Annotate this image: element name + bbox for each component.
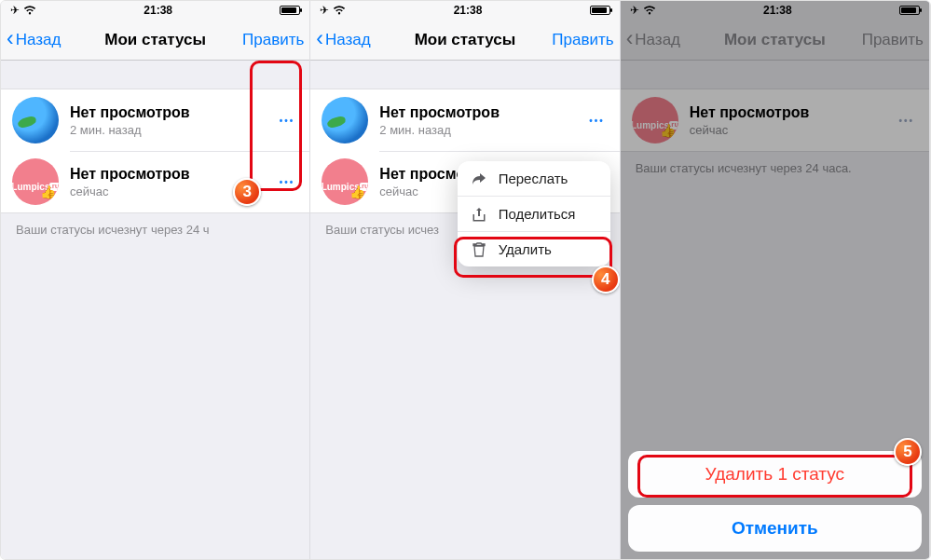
page-title: Мои статусы <box>104 31 206 49</box>
nav-bar: ‹ Назад Мои статусы Править <box>1 20 309 61</box>
row-subtitle: 2 мин. назад <box>379 123 574 137</box>
chevron-left-icon: ‹ <box>7 28 14 49</box>
status-bar: ✈︎ 21:38 <box>1 1 309 20</box>
trash-icon <box>471 242 487 257</box>
menu-delete-label: Удалить <box>499 241 552 257</box>
edit-button[interactable]: Править <box>242 31 304 49</box>
content: Нет просмотров 2 мин. назад ••• Lumpics … <box>1 61 309 559</box>
avatar-globe <box>322 97 368 143</box>
share-icon <box>471 207 487 222</box>
status-row[interactable]: Lumpics .ru 👍 Нет просмотров сейчас ••• <box>1 151 309 212</box>
battery-icon <box>280 6 300 15</box>
clock: 21:38 <box>144 4 172 17</box>
more-button[interactable]: ••• <box>276 171 299 193</box>
avatar-lumpics: Lumpics .ru 👍 <box>322 158 368 205</box>
more-button[interactable]: ••• <box>585 110 609 131</box>
edit-button[interactable]: Править <box>552 31 613 49</box>
status-list: Нет просмотров 2 мин. назад ••• Lumpics … <box>1 89 309 213</box>
content: Нет просмотров 2 мин. назад ••• Lumpics … <box>310 61 619 559</box>
back-button[interactable]: ‹ Назад <box>7 28 61 52</box>
row-title: Нет просмотров <box>70 104 265 121</box>
wifi-icon <box>333 6 346 15</box>
avatar-lumpics: Lumpics .ru 👍 <box>12 158 59 205</box>
avatar-globe <box>12 97 59 143</box>
wifi-icon <box>23 6 36 15</box>
more-button[interactable]: ••• <box>276 110 299 131</box>
action-sheet: Удалить 1 статус Отменить <box>628 451 922 552</box>
context-menu: Переслать Поделиться Удалить <box>458 161 610 266</box>
clock: 21:38 <box>454 4 483 17</box>
delete-one-status-button[interactable]: Удалить 1 статус <box>628 451 922 498</box>
menu-share-label: Поделиться <box>499 206 576 222</box>
row-subtitle: 2 мин. назад <box>70 123 265 137</box>
airplane-icon: ✈︎ <box>320 4 329 17</box>
forward-icon <box>471 172 487 185</box>
step-badge-5: 5 <box>894 438 922 466</box>
back-button[interactable]: ‹ Назад <box>316 28 370 52</box>
phone-panel-2: ✈︎ 21:38 ‹ Назад Мои статусы Править Нет… <box>310 1 620 559</box>
status-bar: ✈︎ 21:38 <box>310 1 619 20</box>
status-row[interactable]: Нет просмотров 2 мин. назад ••• <box>1 89 309 151</box>
page-title: Мои статусы <box>415 31 516 49</box>
phone-panel-1: ✈︎ 21:38 ‹ Назад Мои статусы Править Нет… <box>1 1 310 559</box>
row-title: Нет просмотров <box>379 104 574 121</box>
menu-forward-label: Переслать <box>499 171 568 186</box>
airplane-icon: ✈︎ <box>10 4 20 17</box>
chevron-left-icon: ‹ <box>316 28 323 49</box>
thumb-icon: 👍 <box>40 185 56 199</box>
nav-bar: ‹ Назад Мои статусы Править <box>310 20 619 61</box>
thumb-icon: 👍 <box>349 185 365 199</box>
back-label: Назад <box>16 31 62 49</box>
footer-note: Ваши статусы исчезнут через 24 ч <box>1 213 309 246</box>
cancel-button[interactable]: Отменить <box>628 505 922 552</box>
menu-delete[interactable]: Удалить <box>458 231 610 266</box>
back-label: Назад <box>325 31 371 49</box>
phone-panel-3: ✈︎ 21:38 ‹ Назад Мои статусы Править Lum… <box>621 1 930 559</box>
step-badge-4: 4 <box>592 266 620 294</box>
battery-icon <box>590 6 610 15</box>
menu-share[interactable]: Поделиться <box>458 196 610 231</box>
status-row[interactable]: Нет просмотров 2 мин. назад ••• <box>310 89 619 151</box>
menu-forward[interactable]: Переслать <box>458 161 610 196</box>
row-title: Нет просмотров <box>70 166 265 183</box>
